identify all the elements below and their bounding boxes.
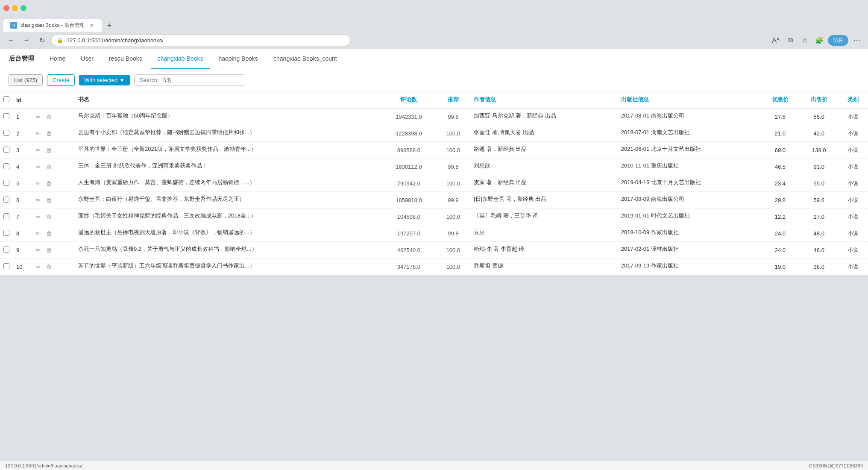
- bookmark-btn[interactable]: ☆: [799, 34, 811, 46]
- header-recommend[interactable]: 推荐: [436, 91, 470, 108]
- delete-icon[interactable]: 🗑: [44, 212, 54, 221]
- delete-icon[interactable]: 🗑: [44, 245, 54, 255]
- row-checkbox[interactable]: [3, 263, 9, 269]
- tab-bar: B changxiao Books - 后台管理 ✕ +: [0, 16, 868, 32]
- app-content: 后台管理 Home User resou Books changxiao Boo…: [0, 49, 868, 275]
- list-count-btn[interactable]: List (925): [9, 74, 43, 86]
- row-check[interactable]: [0, 225, 13, 242]
- row-category: 小说: [839, 175, 868, 192]
- address-bar[interactable]: 🔒 127.0.0.1:5001/admin/changxiaobooks/: [51, 34, 350, 46]
- nav-item-haoping[interactable]: haoping Books: [211, 49, 265, 69]
- row-checkbox[interactable]: [3, 147, 9, 153]
- row-reviews: 462540.0: [381, 242, 436, 258]
- active-tab[interactable]: B changxiao Books - 后台管理 ✕: [3, 19, 102, 32]
- create-btn[interactable]: Create: [47, 74, 75, 86]
- row-checkbox[interactable]: [3, 130, 9, 136]
- edit-icon[interactable]: ✏: [33, 195, 43, 205]
- delete-icon[interactable]: 🗑: [44, 179, 54, 188]
- lock-icon: 🔒: [57, 37, 63, 43]
- delete-icon[interactable]: 🗑: [44, 262, 54, 271]
- header-saleprice[interactable]: 出售价: [800, 91, 839, 108]
- delete-icon[interactable]: 🗑: [44, 112, 54, 121]
- row-author: 〔英〕毛姆 著，王晋华 译: [470, 209, 618, 225]
- header-actions: [30, 91, 75, 108]
- row-check[interactable]: [0, 108, 13, 125]
- minimize-window-btn[interactable]: [12, 5, 18, 11]
- new-tab-btn[interactable]: +: [103, 20, 115, 32]
- profile-btn[interactable]: 访客: [828, 35, 848, 46]
- edit-icon[interactable]: ✏: [33, 145, 43, 155]
- header-publisher[interactable]: 出版社信息: [618, 91, 761, 108]
- row-reviews: 1630112.0: [381, 159, 436, 175]
- edit-icon[interactable]: ✏: [33, 162, 43, 171]
- edit-icon[interactable]: ✏: [33, 212, 43, 221]
- more-btn[interactable]: ⋯: [851, 34, 863, 46]
- edit-icon[interactable]: ✏: [33, 129, 43, 138]
- nav-item-resou[interactable]: resou Books: [102, 49, 149, 69]
- nav-item-count[interactable]: changxiao Books_count: [267, 49, 344, 69]
- reload-btn[interactable]: ↻: [36, 34, 48, 46]
- aa-btn[interactable]: Aᴬ: [770, 34, 782, 46]
- delete-icon[interactable]: 🗑: [44, 195, 54, 205]
- select-all-checkbox[interactable]: [3, 96, 9, 102]
- edit-icon[interactable]: ✏: [33, 262, 43, 271]
- edit-icon[interactable]: ✏: [33, 179, 43, 188]
- row-checkbox[interactable]: [3, 213, 9, 219]
- row-saleprice: 55.0: [800, 108, 839, 125]
- row-actions: ✏ 🗑: [30, 108, 75, 125]
- row-check[interactable]: [0, 209, 13, 225]
- row-publisher: 2017-09-19 作家出版社: [618, 258, 761, 275]
- row-saleprice: 48.0: [800, 225, 839, 242]
- row-checkbox[interactable]: [3, 180, 9, 186]
- row-check[interactable]: [0, 258, 13, 275]
- with-selected-btn[interactable]: With selected ▼: [79, 75, 130, 85]
- table-row: 3 ✏ 🗑 平凡的世界：全三册（全新2021版，茅盾文学奖获奖作品，激励青年..…: [0, 142, 868, 159]
- row-check[interactable]: [0, 159, 13, 175]
- table-row: 2 ✏ 🗑 云边有个小卖部（陆定莫诚挚推荐，随书附赠云边镇四季明信片和张...）…: [0, 125, 868, 142]
- row-check[interactable]: [0, 175, 13, 192]
- row-discount: 69.0: [761, 142, 800, 159]
- nav-item-user[interactable]: User: [74, 49, 100, 69]
- row-checkbox[interactable]: [3, 163, 9, 169]
- delete-icon[interactable]: 🗑: [44, 129, 54, 138]
- extensions-btn[interactable]: 🧩: [813, 34, 825, 46]
- search-input[interactable]: [134, 74, 245, 86]
- header-author[interactable]: 作者信息: [470, 91, 618, 108]
- maximize-window-btn[interactable]: [21, 5, 26, 11]
- row-checkbox[interactable]: [3, 197, 9, 203]
- delete-icon[interactable]: 🗑: [44, 229, 54, 238]
- row-publisher: 2021-06-01 北京十月文艺出版社: [618, 142, 761, 159]
- row-checkbox[interactable]: [3, 230, 9, 236]
- delete-icon[interactable]: 🗑: [44, 162, 54, 171]
- header-category[interactable]: 类别: [839, 91, 868, 108]
- row-check[interactable]: [0, 125, 13, 142]
- row-id: 8: [13, 225, 30, 242]
- back-btn[interactable]: ←: [5, 34, 17, 46]
- row-check[interactable]: [0, 192, 13, 209]
- row-recommend: 99.8: [436, 108, 470, 125]
- split-view-btn[interactable]: ⧉: [784, 34, 796, 46]
- row-publisher: 2018-07-01 湖南文艺出版社: [618, 125, 761, 142]
- row-author: 麦家 著，新经典 出品: [470, 175, 618, 192]
- row-checkbox[interactable]: [3, 247, 9, 253]
- edit-icon[interactable]: ✏: [33, 112, 43, 121]
- nav-item-home[interactable]: Home: [43, 49, 72, 69]
- close-tab-btn[interactable]: ✕: [88, 22, 95, 29]
- header-title[interactable]: 书名: [75, 91, 381, 108]
- nav-item-changxiao[interactable]: changxiao Books: [151, 49, 210, 69]
- table-header-row: Id 书名 评论数 推荐 作者信息 出版社信息 优惠价 出售价 类别: [0, 91, 868, 108]
- row-title: 面纱（毛姆关于女性精神觉醒的经典作品，三次改编成电影，2018全...）: [75, 209, 381, 225]
- row-checkbox[interactable]: [3, 113, 9, 119]
- row-check[interactable]: [0, 142, 13, 159]
- header-reviews[interactable]: 评论数: [381, 91, 436, 108]
- delete-icon[interactable]: 🗑: [44, 145, 54, 155]
- forward-btn[interactable]: →: [21, 34, 32, 46]
- close-window-btn[interactable]: [3, 5, 9, 11]
- edit-icon[interactable]: ✏: [33, 245, 43, 255]
- row-check[interactable]: [0, 242, 13, 258]
- edit-icon[interactable]: ✏: [33, 229, 43, 238]
- row-title: 平凡的世界：全三册（全新2021版，茅盾文学奖获奖作品，激励青年...）: [75, 142, 381, 159]
- header-discount[interactable]: 优惠价: [761, 91, 800, 108]
- row-discount: 24.0: [761, 225, 800, 242]
- row-title: 云边有个小卖部（陆定莫诚挚推荐，随书附赠云边镇四季明信片和张...）: [75, 125, 381, 142]
